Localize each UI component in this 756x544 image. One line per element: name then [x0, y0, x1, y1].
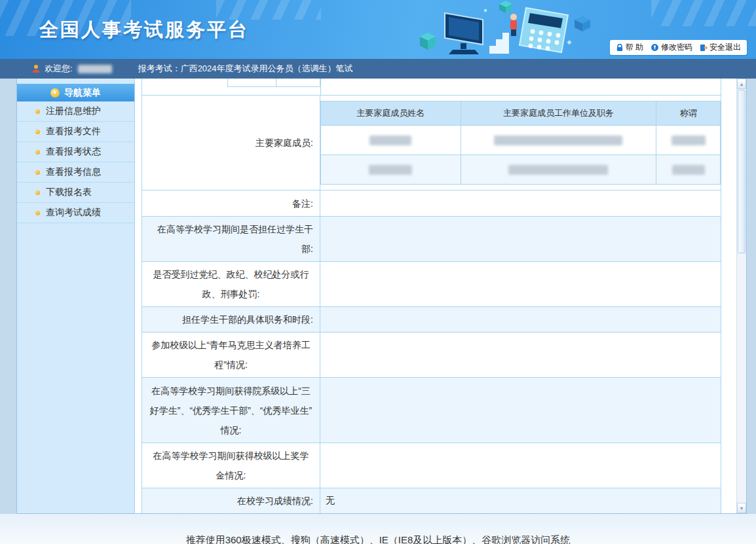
family-table-header: 主要家庭成员姓名 主要家庭成员工作单位及职务 称谓 [321, 101, 721, 126]
row-value [320, 262, 721, 306]
form-row-student-cadre: 在高等学校学习期间是否担任过学生干部: [142, 216, 721, 261]
nav-menu-header[interactable]: ▼ 导航菜单 [17, 84, 134, 101]
row-value [320, 443, 721, 488]
row-label: 担任学生干部的具体职务和时段: [142, 307, 320, 332]
family-members-row: 主要家庭成员: 主要家庭成员姓名 主要家庭成员工作单位及职务 称谓 [142, 95, 721, 190]
column-header: 称谓 [656, 101, 721, 126]
form-row-cadre-position: 担任学生干部的具体职务和时段: [142, 306, 721, 332]
welcome-label: 欢迎您: [45, 63, 73, 75]
form-row-honors: 在高等学校学习期间获得院系级以上“三好学生”、“优秀学生干部”、“优秀毕业生”情… [142, 377, 721, 443]
page-footer: 推荐使用360极速模式、搜狗（高速模式）、IE（IE8及以上版本）、谷歌浏览器访… [0, 514, 756, 544]
sidebar-item-exam-status[interactable]: 查看报考状态 [17, 142, 134, 162]
lock-icon [616, 44, 624, 52]
redacted-name [369, 136, 411, 145]
form-row-punishment: 是否受到过党纪、政纪、校纪处分或行政、刑事处罚: [142, 261, 721, 306]
bullet-icon [35, 170, 40, 175]
bullet-icon [35, 190, 40, 195]
logout-button[interactable]: 安全退出 [700, 42, 741, 53]
row-label: 主要家庭成员: [142, 96, 320, 190]
family-members-table: 主要家庭成员姓名 主要家庭成员工作单位及职务 称谓 [320, 101, 721, 185]
column-header: 主要家庭成员工作单位及职务 [461, 101, 656, 126]
form-row-remarks: 备注: [142, 190, 721, 216]
registration-form-table: 主要家庭成员: 主要家庭成员姓名 主要家庭成员工作单位及职务 称谓 [142, 79, 721, 513]
sidebar-item-download-form[interactable]: 下载报名表 [17, 183, 134, 203]
row-label: 备注: [142, 190, 320, 216]
sidebar: ▼ 导航菜单 注册信息维护 查看报考文件 查看报考状态 查看报考信息 下载报名表… [17, 79, 135, 513]
row-value: 无 [320, 488, 721, 513]
row-label: 是否受到过党纪、政纪、校纪处分或行政、刑事处罚: [142, 262, 320, 306]
row-label: 参加校级以上“青年马克思主义者培养工程”情况: [142, 333, 320, 377]
welcome-bar: 欢迎您: 报考考试：广西2024年度考试录用公务员（选调生）笔试 [0, 59, 756, 79]
table-row [321, 155, 721, 185]
bullet-icon [35, 211, 40, 215]
header-action-bar: 帮 助 修改密码 安全退出 [610, 40, 747, 55]
row-value [320, 333, 721, 377]
browser-recommendation: 推荐使用360极速模式、搜狗（高速模式）、IE（IE8及以上版本）、谷歌浏览器访… [186, 534, 571, 544]
stripe-decoration [651, 0, 756, 26]
key-icon [651, 43, 659, 52]
row-label: 在校学习成绩情况: [142, 488, 320, 513]
row-value [320, 378, 721, 443]
sidebar-item-registration-info[interactable]: 注册信息维护 [17, 101, 134, 122]
form-row-scholarship: 在高等学校学习期间获得校级以上奖学金情况: [142, 443, 721, 488]
bullet-icon [35, 109, 40, 114]
sidebar-item-exam-documents[interactable]: 查看报考文件 [17, 122, 134, 142]
change-password-button[interactable]: 修改密码 [651, 42, 692, 53]
row-value [320, 307, 721, 332]
redacted-relation [672, 165, 705, 175]
row-label: 在高等学校学习期间是否担任过学生干部: [142, 217, 320, 261]
sidebar-item-exam-info[interactable]: 查看报考信息 [17, 162, 134, 183]
vertical-scrollbar[interactable]: ▲ ▼ [736, 79, 746, 513]
table-row [321, 126, 721, 155]
exam-label: 报考考试：广西2024年度考试录用公务员（选调生）笔试 [138, 63, 353, 75]
content-area: ▼ 导航菜单 注册信息维护 查看报考文件 查看报考状态 查看报考信息 下载报名表… [16, 79, 747, 514]
bullet-icon [35, 150, 40, 154]
page-title: 全国人事考试服务平台 [39, 17, 249, 43]
help-button[interactable]: 帮 助 [616, 42, 643, 53]
sidebar-item-exam-results[interactable]: 查询考试成绩 [17, 203, 134, 223]
redacted-user-name [78, 65, 112, 73]
row-value [320, 190, 721, 216]
redacted-name [369, 165, 412, 175]
user-icon [31, 64, 41, 73]
form-row-marxism-program: 参加校级以上“青年马克思主义者培养工程”情况: [142, 332, 721, 377]
row-value: 主要家庭成员姓名 主要家庭成员工作单位及职务 称谓 [320, 96, 721, 190]
clipped-row [142, 79, 721, 95]
nav-menu-icon: ▼ [50, 88, 60, 98]
header-illustration [406, 0, 602, 59]
main-panel: 主要家庭成员: 主要家庭成员姓名 主要家庭成员工作单位及职务 称谓 [135, 79, 736, 513]
scroll-down-icon[interactable]: ▼ [737, 503, 746, 513]
column-header: 主要家庭成员姓名 [321, 101, 461, 126]
redacted-work-unit [508, 165, 608, 175]
row-label: 在高等学校学习期间获得院系级以上“三好学生”、“优秀学生干部”、“优秀毕业生”情… [142, 378, 320, 443]
redacted-relation [671, 136, 706, 145]
exit-icon [700, 44, 708, 52]
row-label: 在高等学校学习期间获得校级以上奖学金情况: [142, 443, 320, 488]
bullet-icon [35, 130, 40, 134]
top-banner: 全国人事考试服务平台 [0, 0, 756, 59]
scroll-up-icon[interactable]: ▲ [737, 79, 746, 89]
scrollbar-thumb[interactable] [738, 90, 746, 253]
redacted-work-unit [494, 136, 622, 145]
form-row-academic-record: 在校学习成绩情况: 无 [142, 488, 721, 513]
row-value [320, 217, 721, 261]
